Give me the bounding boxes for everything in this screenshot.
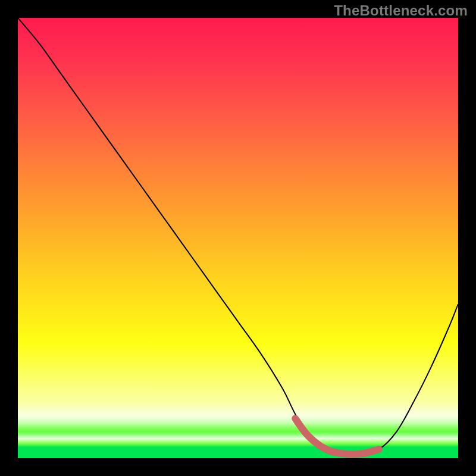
trough-highlight: [295, 418, 379, 454]
bottleneck-curve: [18, 18, 458, 455]
chart-frame: TheBottleneck.com: [0, 0, 476, 476]
watermark-label: TheBottleneck.com: [334, 2, 468, 19]
chart-svg: [18, 18, 458, 458]
plot-area: [18, 18, 458, 458]
